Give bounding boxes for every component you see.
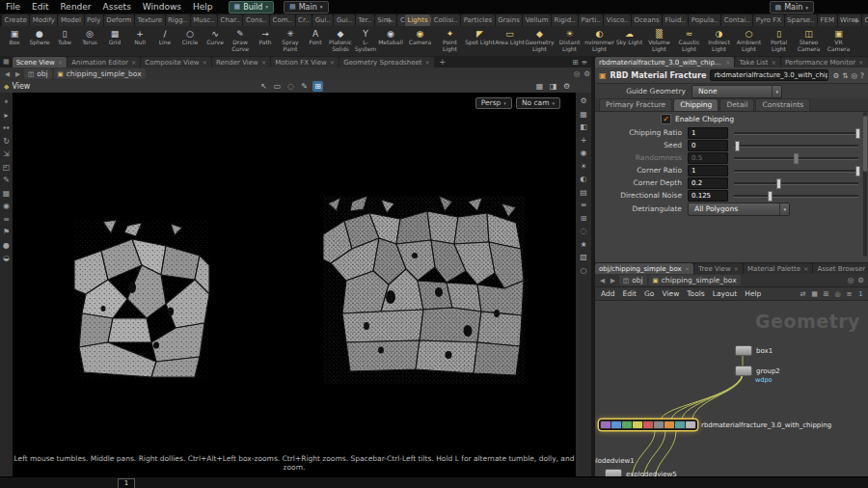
shelf-tab[interactable]: Ter.. (356, 14, 374, 26)
network-menu-item[interactable]: Add (597, 289, 619, 298)
select-mode-icon[interactable]: ▭ (272, 81, 283, 92)
shelf-tab[interactable]: Poly (85, 14, 103, 26)
pane-tab[interactable]: Take List × (735, 57, 779, 68)
param-header-icon[interactable]: ⇅ (842, 71, 848, 80)
shelf-tab[interactable]: Oceans (632, 14, 662, 26)
fractured-box-right[interactable] (323, 196, 526, 384)
shelf-tool[interactable]: ◤ Spot Light (465, 26, 495, 53)
shelf-tool[interactable]: ● Sphere (27, 26, 52, 53)
viewport-display-icon[interactable]: ◉ (581, 149, 587, 158)
network-menu-item[interactable]: Help (741, 289, 765, 298)
shelf-tab[interactable]: Crowds (862, 14, 868, 26)
scene-selector[interactable]: ▤ Main ▾ (284, 1, 329, 14)
slider-handle[interactable] (855, 128, 860, 139)
shelf-tool[interactable]: ☁ Sky Light (614, 26, 644, 53)
left-toolbar-icon[interactable]: ⚑ (3, 228, 10, 236)
shelf-tab[interactable]: Contai.. (721, 14, 752, 26)
param-value-field[interactable]: 1 (688, 127, 728, 139)
shelf-tool[interactable]: ✦ Point Light (435, 26, 465, 53)
network-toolbar-icon[interactable]: 1 (856, 290, 865, 298)
shelf-tab[interactable]: Vellum (523, 14, 551, 26)
breadcrumb-node[interactable]: ▣ chipping_simple_box (54, 68, 146, 79)
shelf-tool[interactable]: + Null (127, 26, 152, 53)
close-icon[interactable]: × (330, 59, 335, 67)
pane-tab[interactable]: Motion FX View × (271, 57, 339, 68)
viewport-display-icon[interactable]: ○ (581, 266, 587, 276)
shelf-tool[interactable]: ▣ VR Camera (824, 26, 854, 53)
shelf-tab[interactable]: FEM (818, 14, 837, 26)
left-toolbar-icon[interactable]: ● (3, 241, 10, 250)
viewport-display-icon[interactable]: ◌ (581, 227, 587, 236)
network-menu-item[interactable]: Tools (683, 289, 708, 298)
left-toolbar-icon[interactable]: ≡ (3, 215, 10, 224)
path-bar-icon[interactable]: ⚙ (857, 276, 864, 285)
left-toolbar-icon[interactable]: ◰ (3, 163, 11, 172)
close-icon[interactable]: × (131, 59, 136, 67)
shelf-tab[interactable]: Pyro FX (753, 14, 783, 26)
shelf-tab[interactable]: Com.. (270, 14, 294, 26)
node-body[interactable] (600, 420, 696, 429)
select-mode-icon[interactable]: ◌ (285, 81, 296, 92)
node-name-field[interactable]: rbdmaterialfracture_3.0_with_chippi (710, 69, 828, 81)
viewport-display-icon[interactable]: ◧ (580, 122, 587, 132)
back-button[interactable]: ◀ (598, 277, 607, 285)
shelf-tool[interactable]: → Path (253, 26, 278, 53)
menu-item[interactable]: Help (187, 2, 219, 12)
pane-link-icon[interactable]: ▦ (0, 57, 13, 68)
shelf-tool[interactable]: ≈ Caustic Light (674, 26, 704, 53)
shelf-tab[interactable]: Fluid.. (663, 14, 688, 26)
viewport-display-icon[interactable]: ★ (580, 240, 586, 250)
shelf-tool[interactable]: ∿ Curve (203, 26, 228, 53)
left-toolbar-icon[interactable]: ⇲ (3, 149, 10, 158)
shelf-tab[interactable]: Texture (135, 14, 165, 26)
viewport-option-icon[interactable]: ▦ (534, 81, 545, 92)
viewport-option-icon[interactable]: ⚙ (561, 81, 572, 92)
pane-control-icon[interactable]: ⊞ (572, 58, 578, 67)
node-body[interactable] (735, 345, 752, 356)
close-icon[interactable]: × (771, 59, 775, 67)
pane-tab[interactable]: Scene View × (13, 57, 68, 68)
pane-tab[interactable]: Tree View × (694, 263, 743, 274)
shelf-tool[interactable]: ◎ Torus (77, 26, 102, 53)
forward-button[interactable]: ▶ (14, 70, 22, 78)
pane-tab[interactable]: rbdmaterialfracture_3.0_with_chipping × (595, 57, 734, 68)
camera-badge[interactable]: No cam ▾ (516, 97, 560, 109)
param-header-icon[interactable]: ◎ (851, 71, 857, 80)
param-slider[interactable] (734, 127, 858, 139)
close-icon[interactable]: × (803, 265, 808, 273)
shelf-tool[interactable]: ▦ Grid (102, 26, 127, 53)
param-folder-tab[interactable]: Constraints (755, 98, 810, 111)
scrollbar-thumb[interactable] (863, 116, 867, 172)
shelf-tool[interactable]: ▯ Tube (52, 26, 77, 53)
shelf-tab[interactable]: Popula.. (689, 14, 720, 26)
shelf-tool[interactable]: ○ Circle (177, 26, 203, 53)
viewport-display-icon[interactable]: ◐ (581, 175, 587, 184)
pane-control-icon[interactable]: ≡ (582, 58, 587, 67)
shelf-tab[interactable]: Model (58, 14, 83, 26)
view-mode-label[interactable]: View (12, 82, 30, 91)
shelf-tool[interactable]: ◐ Environment Light (584, 26, 614, 53)
left-toolbar-icon[interactable]: ◉ (3, 202, 10, 210)
select-mode-icon[interactable]: ⊞ (312, 81, 323, 92)
persp-view-badge[interactable]: Persp ▾ (475, 97, 512, 109)
guide-geometry-dropdown[interactable]: None ▾ (692, 85, 782, 98)
forward-button[interactable]: ▶ (609, 277, 617, 285)
node-box1[interactable]: box1 (735, 345, 773, 356)
param-value-field[interactable]: 0.125 (688, 190, 728, 202)
shelf-tab[interactable]: Particles (461, 14, 495, 26)
pane-tab[interactable]: Performance Monitor × (781, 57, 868, 68)
fractured-box-left[interactable] (74, 220, 209, 379)
network-menu-item[interactable]: View (658, 289, 683, 298)
detriangulate-dropdown[interactable]: All Polygons ▾ (688, 203, 790, 216)
param-header-icon[interactable]: ⚙ (832, 71, 839, 80)
network-toolbar-icon[interactable]: ⇄ (799, 290, 807, 298)
slider-handle[interactable] (776, 178, 781, 189)
pane-tab[interactable]: Animation Editor × (68, 57, 140, 68)
shelf-tab[interactable]: Collisi.. (431, 14, 460, 26)
breadcrumb-obj[interactable]: ◫ obj (619, 275, 647, 285)
shelf-tab[interactable]: Parti.. (579, 14, 603, 26)
network-toolbar-icon[interactable]: ⊞ (822, 290, 830, 298)
close-icon[interactable]: × (685, 265, 690, 273)
pane-tab[interactable]: Asset Browser × (813, 263, 868, 274)
shelf-tool[interactable]: ▣ Box (2, 26, 27, 53)
